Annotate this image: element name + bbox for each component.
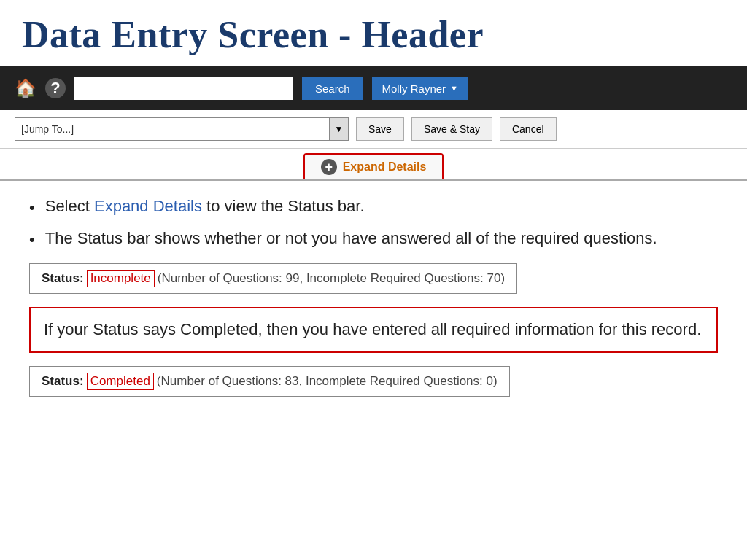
status-prefix-1: Status: xyxy=(42,271,84,286)
user-menu-arrow-icon: ▼ xyxy=(450,84,458,93)
content-area: • Select Expand Details to view the Stat… xyxy=(0,181,747,421)
help-icon[interactable]: ? xyxy=(45,78,66,98)
expand-plus-icon: + xyxy=(321,159,337,175)
bullet-text-2: The Status bar shows whether or not you … xyxy=(45,228,657,249)
expand-details-highlight: Expand Details xyxy=(94,197,202,215)
jump-select-wrapper[interactable]: [Jump To...] ▼ xyxy=(15,117,349,141)
jump-bar: [Jump To...] ▼ Save Save & Stay Cancel xyxy=(0,110,747,149)
status-completed-detail: (Number of Questions: 83, Incomplete Req… xyxy=(157,374,498,389)
user-menu-button[interactable]: Molly Rayner ▼ xyxy=(372,77,468,100)
search-button[interactable]: Search xyxy=(302,77,363,100)
bullet-text-1: Select Expand Details to view the Status… xyxy=(45,195,365,217)
status-incomplete-value: Incomplete xyxy=(87,270,155,287)
list-item: • The Status bar shows whether or not yo… xyxy=(29,228,718,251)
jump-to-select[interactable]: [Jump To...] xyxy=(15,118,329,140)
bullet-dot: • xyxy=(29,197,35,219)
status-incomplete-bar: Status: Incomplete (Number of Questions:… xyxy=(29,263,517,294)
slide-title: Data Entry Screen - Header xyxy=(0,0,747,66)
expand-details-label: Expand Details xyxy=(343,160,427,174)
nav-bar: 🏠 ? Search Molly Rayner ▼ xyxy=(0,66,747,110)
save-button[interactable]: Save xyxy=(356,117,404,141)
status-completed-value: Completed xyxy=(87,373,154,390)
list-item: • Select Expand Details to view the Stat… xyxy=(29,195,718,219)
completed-info-box: If your Status says Completed, then you … xyxy=(29,307,718,353)
completed-info-text: If your Status says Completed, then you … xyxy=(44,320,701,338)
bullet-list: • Select Expand Details to view the Stat… xyxy=(29,195,718,250)
bullet-dot-2: • xyxy=(29,229,35,251)
status-incomplete-detail: (Number of Questions: 99, Incomplete Req… xyxy=(158,271,505,286)
save-stay-button[interactable]: Save & Stay xyxy=(411,117,492,141)
cancel-button[interactable]: Cancel xyxy=(500,117,557,141)
status-completed-bar: Status: Completed (Number of Questions: … xyxy=(29,366,510,397)
status-prefix-2: Status: xyxy=(42,374,84,389)
jump-dropdown-arrow-icon[interactable]: ▼ xyxy=(329,118,348,140)
expand-tab-area: + Expand Details xyxy=(0,149,747,181)
expand-details-tab[interactable]: + Expand Details xyxy=(303,153,444,179)
home-icon[interactable]: 🏠 xyxy=(15,78,36,98)
search-input[interactable] xyxy=(74,77,293,100)
user-name-label: Molly Rayner xyxy=(382,82,446,95)
